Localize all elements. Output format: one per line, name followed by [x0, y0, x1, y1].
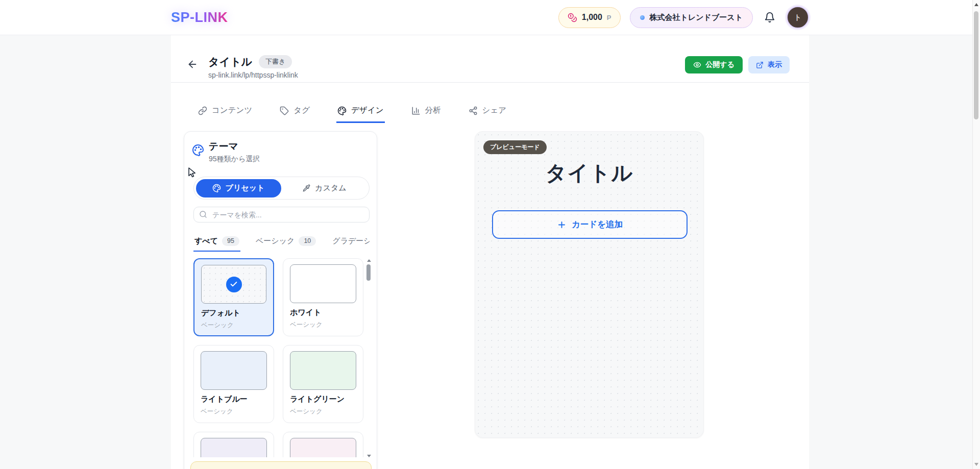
top-bar: SP-LINK 1,000 P 株式会社トレンドブースト ト [0, 0, 980, 35]
company-badge[interactable]: 株式会社トレンドブースト [630, 7, 753, 28]
publish-label: 公開する [705, 60, 734, 69]
theme-name: ホワイト [290, 308, 356, 317]
back-button[interactable] [187, 59, 198, 70]
tab-label: タグ [293, 105, 310, 116]
tab-label: 分析 [425, 105, 441, 116]
theme-swatch [201, 265, 266, 304]
tag-icon [280, 106, 289, 115]
theme-name: ライトグリーン [290, 394, 356, 404]
view-button[interactable]: 表示 [748, 56, 790, 73]
user-avatar[interactable]: ト [787, 6, 809, 29]
publish-button[interactable]: 公開する [685, 56, 743, 73]
theme-grid-scrollbar[interactable] [366, 259, 372, 457]
notice-bar [190, 461, 372, 469]
theme-category: ベーシック [201, 407, 267, 416]
palette-icon [337, 106, 347, 115]
theme-category: ベーシック [290, 407, 356, 416]
filter-count-badge: 95 [222, 236, 239, 246]
tab-label: シェア [482, 105, 507, 116]
preset-label: プリセット [226, 183, 265, 193]
palette-icon [212, 184, 221, 192]
theme-panel: テーマ 95種類から選択 プリセット カスタム [184, 131, 377, 469]
company-dot-icon [640, 15, 645, 20]
add-card-label: カードを追加 [572, 219, 623, 230]
scroll-down-arrow-icon[interactable] [367, 455, 371, 457]
preview-page-title: タイトル [475, 159, 703, 187]
theme-swatch [201, 438, 267, 457]
points-badge[interactable]: 1,000 P [558, 7, 621, 28]
palette-icon [192, 144, 204, 156]
page-scroll-thumb[interactable] [974, 11, 978, 119]
head-actions: 公開する 表示 [685, 56, 790, 73]
preview-panel: プレビューモード タイトル カードを追加 [475, 131, 704, 438]
app-logo[interactable]: SP-LINK [171, 10, 228, 26]
page-scrollbar[interactable] [972, 0, 980, 469]
theme-grid-scroll-thumb[interactable] [366, 264, 371, 281]
theme-card-partial-2[interactable] [283, 432, 363, 457]
share-icon [469, 106, 478, 115]
points-unit: P [607, 14, 611, 21]
notifications-bell-icon[interactable] [762, 10, 777, 25]
tab-share[interactable]: シェア [468, 100, 508, 123]
filter-count-badge: 10 [299, 236, 316, 246]
page-title-row: タイトル 下書き [208, 55, 292, 69]
theme-category: ベーシック [290, 320, 356, 329]
content-column: タイトル 下書き sp-link.link/lp/httpssp-linklin… [171, 35, 809, 469]
filter-all[interactable]: すべて 95 [193, 235, 240, 252]
custom-toggle[interactable]: カスタム [282, 179, 368, 198]
theme-panel-subtitle: 95種類から選択 [209, 155, 260, 164]
tab-bar: コンテンツ タグ デザイン 分析 シェア [197, 100, 507, 123]
search-icon [199, 210, 207, 218]
theme-name: デフォルト [201, 308, 266, 318]
theme-filter-row: すべて 95 ベーシック 10 グラデーション [193, 235, 370, 252]
external-link-icon [756, 61, 764, 69]
theme-panel-title: テーマ [209, 140, 238, 153]
theme-swatch [201, 351, 267, 390]
theme-card-white[interactable]: ホワイト ベーシック [283, 258, 363, 336]
points-value: 1,000 [582, 13, 602, 22]
preview-mode-badge: プレビューモード [483, 140, 547, 154]
page-url[interactable]: sp-link.link/lp/httpssp-linklink [208, 71, 298, 79]
theme-mode-toggle: プリセット カスタム [193, 177, 370, 200]
theme-card-lightblue[interactable]: ライトブルー ベーシック [193, 345, 274, 423]
theme-swatch [290, 438, 356, 457]
theme-search-input[interactable] [193, 207, 370, 223]
theme-card-partial-1[interactable] [193, 432, 274, 457]
company-name: 株式会社トレンドブースト [650, 13, 743, 22]
bar-chart-icon [411, 106, 421, 115]
check-icon [226, 277, 242, 292]
coins-icon [568, 13, 577, 22]
theme-card-lightgreen[interactable]: ライトグリーン ベーシック [283, 345, 363, 423]
header-divider [171, 82, 809, 83]
filter-label: ベーシック [256, 236, 295, 246]
theme-swatch [290, 351, 356, 390]
custom-label: カスタム [315, 183, 346, 193]
filter-basic[interactable]: ベーシック 10 [255, 235, 317, 252]
tab-contents[interactable]: コンテンツ [197, 100, 253, 123]
theme-swatch [290, 264, 356, 303]
view-label: 表示 [768, 60, 782, 69]
tab-design[interactable]: デザイン [336, 100, 384, 123]
plus-icon [557, 220, 567, 230]
top-bar-right: 1,000 P 株式会社トレンドブースト ト [558, 6, 809, 29]
tab-analytics[interactable]: 分析 [410, 100, 442, 123]
eye-icon [693, 61, 701, 69]
preset-toggle[interactable]: プリセット [196, 179, 281, 198]
filter-gradient[interactable]: グラデーション [331, 235, 370, 252]
add-card-button[interactable]: カードを追加 [492, 210, 688, 239]
link-icon [198, 106, 207, 115]
theme-card-default[interactable]: デフォルト ベーシック [193, 258, 274, 336]
scroll-up-arrow-icon[interactable] [974, 3, 978, 6]
scroll-up-arrow-icon[interactable] [367, 259, 371, 262]
eyedropper-icon [303, 184, 310, 192]
scroll-down-arrow-icon[interactable] [974, 463, 978, 466]
status-badge: 下書き [259, 55, 292, 68]
theme-search [193, 207, 370, 223]
filter-label: グラデーション [332, 236, 370, 246]
tab-label: コンテンツ [212, 105, 252, 116]
tab-label: デザイン [351, 105, 383, 116]
filter-label: すべて [194, 236, 218, 246]
page-title: タイトル [208, 55, 252, 69]
theme-name: ライトブルー [201, 394, 267, 404]
tab-tags[interactable]: タグ [279, 100, 311, 123]
